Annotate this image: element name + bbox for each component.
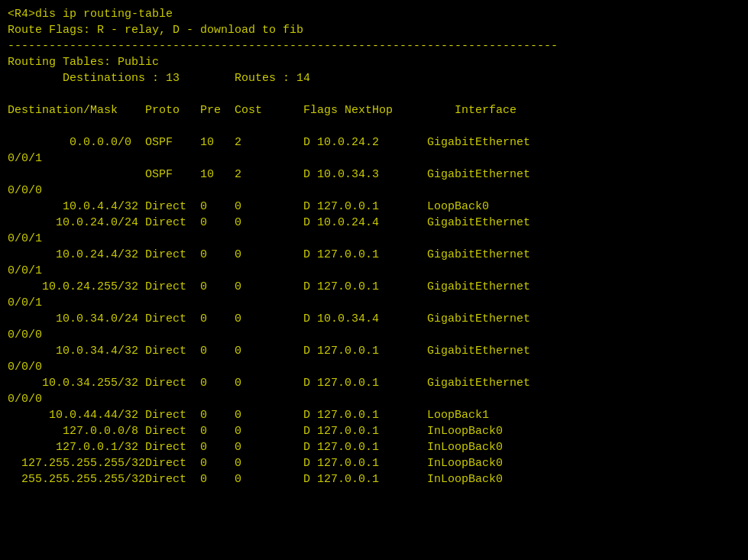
route-flags-line: Route Flags: R - relay, D - download to …: [8, 22, 740, 38]
table-row: 127.0.0.0/8 Direct 0 0 D 127.0.0.1 InLoo…: [8, 423, 740, 439]
table-row: 10.0.24.4/32 Direct 0 0 D 127.0.0.1 Giga…: [8, 247, 740, 263]
table-row: 255.255.255.255/32Direct 0 0 D 127.0.0.1…: [8, 471, 740, 487]
terminal-window: <R4>dis ip routing-table Route Flags: R …: [8, 6, 740, 134]
table-row-continuation: 0/0/0: [8, 183, 740, 199]
table-row: 10.0.4.4/32 Direct 0 0 D 127.0.0.1 LoopB…: [8, 199, 740, 215]
table-row-continuation: 0/0/1: [8, 151, 740, 167]
routing-table: 0.0.0.0/0 OSPF 10 2 D 10.0.24.2 GigabitE…: [8, 134, 740, 487]
routes-label: Routes : 14: [235, 72, 310, 85]
table-row: 10.0.44.44/32 Direct 0 0 D 127.0.0.1 Loo…: [8, 407, 740, 423]
destinations-label: Destinations : 13: [8, 72, 180, 85]
table-row-continuation: 0/0/0: [8, 327, 740, 343]
table-row: 10.0.34.255/32 Direct 0 0 D 127.0.0.1 Gi…: [8, 375, 740, 391]
table-row: 127.255.255.255/32Direct 0 0 D 127.0.0.1…: [8, 455, 740, 471]
routing-tables-label: Routing Tables: Public: [8, 54, 740, 70]
table-row: 10.0.24.255/32 Direct 0 0 D 127.0.0.1 Gi…: [8, 279, 740, 295]
table-row: 0.0.0.0/0 OSPF 10 2 D 10.0.24.2 GigabitE…: [8, 134, 740, 151]
table-row-continuation: 0/0/0: [8, 359, 740, 375]
destinations-routes-line: Destinations : 13 Routes : 14: [8, 70, 740, 86]
table-row: 10.0.24.0/24 Direct 0 0 D 10.0.24.4 Giga…: [8, 215, 740, 231]
table-row: 127.0.0.1/32 Direct 0 0 D 127.0.0.1 InLo…: [8, 439, 740, 455]
separator-line: ----------------------------------------…: [8, 38, 740, 54]
table-row: 10.0.34.4/32 Direct 0 0 D 127.0.0.1 Giga…: [8, 343, 740, 359]
prompt-line: <R4>dis ip routing-table: [8, 6, 740, 22]
table-row-continuation: 0/0/1: [8, 295, 740, 311]
table-row-continuation: 0/0/1: [8, 231, 740, 247]
table-row-continuation: 0/0/1: [8, 263, 740, 279]
table-row: 10.0.34.0/24 Direct 0 0 D 10.0.34.4 Giga…: [8, 311, 740, 327]
column-header: Destination/Mask Proto Pre Cost Flags Ne…: [8, 102, 740, 118]
table-row: OSPF 10 2 D 10.0.34.3 GigabitEthernet: [8, 167, 740, 183]
table-row-continuation: 0/0/0: [8, 391, 740, 407]
